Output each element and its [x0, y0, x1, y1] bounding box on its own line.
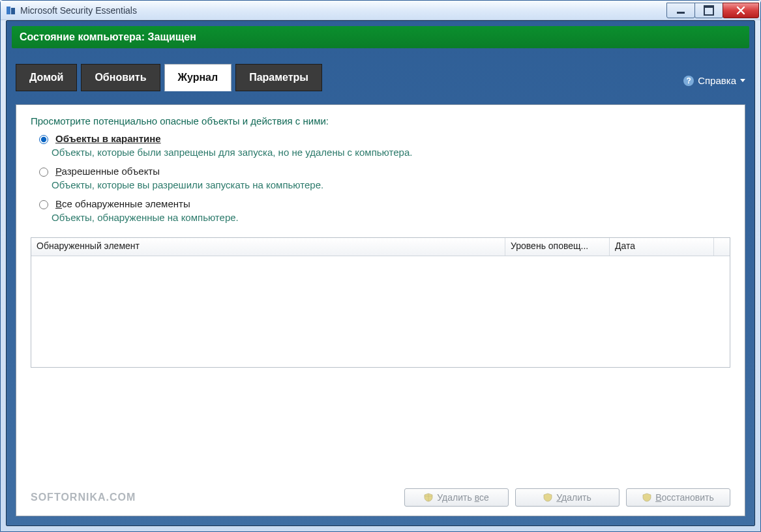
- option-allowed-label[interactable]: Разрешенные объекты: [55, 166, 160, 177]
- intro-text: Просмотрите потенциально опасные объекты…: [31, 115, 730, 126]
- svg-rect-0: [7, 7, 10, 14]
- delete-all-label: Удалить все: [437, 492, 488, 503]
- status-text: Состояние компьютера: Защищен: [20, 31, 196, 43]
- delete-label: Удалить: [556, 492, 591, 503]
- option-quarantine-label[interactable]: Объекты в карантине: [55, 133, 161, 144]
- tab-update[interactable]: Обновить: [81, 64, 160, 91]
- svg-rect-1: [11, 8, 15, 14]
- tab-history[interactable]: Журнал: [164, 64, 232, 91]
- option-quarantine: Объекты в карантине Объекты, которые был…: [36, 133, 730, 158]
- help-label: Справка: [698, 75, 736, 86]
- restore-button[interactable]: Восстановить: [626, 488, 730, 507]
- col-spacer: [714, 238, 730, 256]
- option-all-label[interactable]: Все обнаруженные элементы: [55, 198, 190, 209]
- shield-icon: [543, 493, 552, 502]
- filter-options: Объекты в карантине Объекты, которые был…: [36, 133, 730, 231]
- tab-home[interactable]: Домой: [16, 64, 77, 91]
- results-table: Обнаруженный элемент Уровень оповещ... Д…: [31, 237, 730, 368]
- watermark: SOFTORNIKA.COM: [31, 492, 136, 503]
- delete-button[interactable]: Удалить: [515, 488, 619, 507]
- radio-quarantine[interactable]: [39, 135, 48, 144]
- table-body: [31, 256, 730, 367]
- tabs: Домой Обновить Журнал Параметры ? Справк…: [7, 64, 754, 91]
- footer: SOFTORNIKA.COM Удалить все Удалить Во: [31, 480, 730, 507]
- col-date[interactable]: Дата: [610, 238, 714, 256]
- col-level[interactable]: Уровень оповещ...: [505, 238, 610, 256]
- close-icon: [736, 6, 745, 15]
- window-title: Microsoft Security Essentials: [20, 5, 667, 16]
- help-icon: ?: [683, 76, 694, 86]
- content-panel: Просмотрите потенциально опасные объекты…: [16, 104, 745, 516]
- option-quarantine-desc: Объекты, которые были запрещены для запу…: [52, 147, 730, 158]
- option-allowed: Разрешенные объекты Объекты, которые вы …: [36, 166, 730, 190]
- shield-icon: [642, 493, 651, 502]
- option-all-desc: Объекты, обнаруженные на компьютере.: [52, 212, 730, 223]
- chevron-down-icon: [740, 79, 745, 82]
- radio-allowed[interactable]: [39, 168, 48, 177]
- window-buttons: [667, 3, 759, 18]
- table-header: Обнаруженный элемент Уровень оповещ... Д…: [31, 238, 730, 256]
- status-bar: Состояние компьютера: Защищен: [12, 26, 749, 48]
- option-all: Все обнаруженные элементы Объекты, обнар…: [36, 198, 730, 223]
- app-icon: [6, 5, 16, 16]
- minimize-button[interactable]: [666, 3, 695, 18]
- client-area: Состояние компьютера: Защищен Домой Обно…: [6, 20, 755, 526]
- col-item[interactable]: Обнаруженный элемент: [31, 238, 505, 256]
- restore-label: Восстановить: [655, 492, 714, 503]
- close-button[interactable]: [723, 3, 759, 18]
- option-allowed-desc: Объекты, которые вы разрешили запускать …: [52, 179, 730, 190]
- maximize-button[interactable]: [694, 3, 723, 18]
- titlebar: Microsoft Security Essentials: [1, 1, 760, 20]
- shield-icon: [424, 493, 433, 502]
- action-buttons: Удалить все Удалить Восстановить: [404, 488, 730, 507]
- tab-settings[interactable]: Параметры: [235, 64, 322, 91]
- radio-all[interactable]: [39, 200, 48, 209]
- delete-all-button[interactable]: Удалить все: [404, 488, 509, 507]
- app-window: Microsoft Security Essentials Состояние …: [0, 0, 761, 532]
- help-menu[interactable]: ? Справка: [683, 75, 745, 91]
